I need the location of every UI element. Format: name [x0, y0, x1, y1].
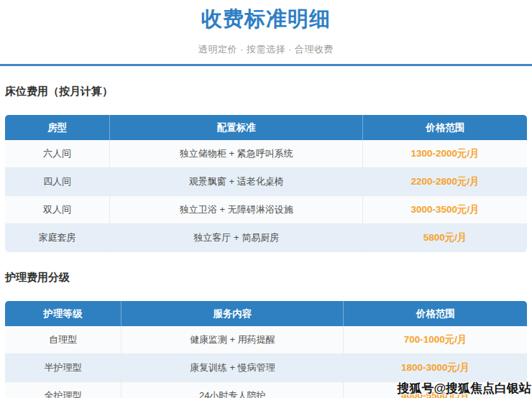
service-cell: 康复训练 + 慢病管理: [121, 353, 343, 381]
service-cell: 健康监测 + 用药提醒: [121, 326, 343, 353]
room-type-cell: 家庭套房: [5, 223, 109, 251]
care-level-cell: 自理型: [5, 326, 121, 353]
header-divider: [0, 64, 532, 66]
price-cell: 3000-3500元/月: [362, 195, 527, 223]
care-level-cell: 全护理型: [5, 381, 121, 398]
table-row: 半护理型 康复训练 + 慢病管理 1800-3000元/月: [5, 353, 527, 381]
table-row: 四人间 观景飘窗 + 适老化桌椅 2200-2800元/月: [5, 167, 527, 195]
column-header-price-range: 价格范围: [362, 115, 527, 140]
table-header-row: 房型 配置标准 价格范围: [5, 115, 527, 140]
price-cell: 2200-2800元/月: [362, 167, 527, 195]
bed-fee-table: 房型 配置标准 价格范围 六人间 独立储物柜 + 紧急呼叫系统 1300-200…: [5, 115, 527, 251]
room-type-cell: 四人间: [5, 167, 109, 195]
watermark: 搜狐号@搜狐焦点白银站: [397, 380, 531, 397]
price-cell: 700-1000元/月: [343, 326, 527, 353]
table-row: 自理型 健康监测 + 用药提醒 700-1000元/月: [5, 326, 527, 353]
table-row: 双人间 独立卫浴 + 无障碍淋浴设施 3000-3500元/月: [5, 195, 527, 223]
room-type-cell: 六人间: [5, 140, 109, 167]
config-cell: 独立储物柜 + 紧急呼叫系统: [109, 140, 362, 167]
table-header-row: 护理等级 服务内容 价格范围: [5, 301, 527, 326]
table-row: 家庭套房 独立客厅 + 简易厨房 5800元/月: [5, 223, 527, 251]
column-header-care-level: 护理等级: [5, 301, 121, 326]
page-title: 收费标准明细: [0, 0, 532, 34]
config-cell: 独立卫浴 + 无障碍淋浴设施: [109, 195, 362, 223]
column-header-config: 配置标准: [109, 115, 362, 140]
room-type-cell: 双人间: [5, 195, 109, 223]
config-cell: 观景飘窗 + 适老化桌椅: [109, 167, 362, 195]
bed-fee-table-wrap: 房型 配置标准 价格范围 六人间 独立储物柜 + 紧急呼叫系统 1300-200…: [5, 115, 527, 252]
care-level-cell: 半护理型: [5, 353, 121, 381]
config-cell: 独立客厅 + 简易厨房: [109, 223, 362, 251]
fee-detail-page: 收费标准明细 透明定价 · 按需选择 · 合理收费 床位费用（按月计算） 房型 …: [0, 0, 532, 398]
price-cell: 5800元/月: [362, 223, 527, 251]
price-cell: 1300-2000元/月: [362, 140, 527, 167]
service-cell: 24小时专人陪护: [121, 381, 343, 398]
section-heading-bed-fees: 床位费用（按月计算）: [5, 85, 527, 98]
page-subtitle: 透明定价 · 按需选择 · 合理收费: [0, 43, 532, 56]
column-header-price-range: 价格范围: [343, 301, 527, 326]
content-area: 床位费用（按月计算） 房型 配置标准 价格范围 六人间 独立储物柜 + 紧急呼叫…: [0, 85, 532, 398]
price-cell: 1800-3000元/月: [343, 353, 527, 381]
column-header-service: 服务内容: [121, 301, 343, 326]
section-heading-care-fees: 护理费用分级: [5, 271, 527, 284]
table-row: 六人间 独立储物柜 + 紧急呼叫系统 1300-2000元/月: [5, 140, 527, 167]
column-header-room-type: 房型: [5, 115, 109, 140]
